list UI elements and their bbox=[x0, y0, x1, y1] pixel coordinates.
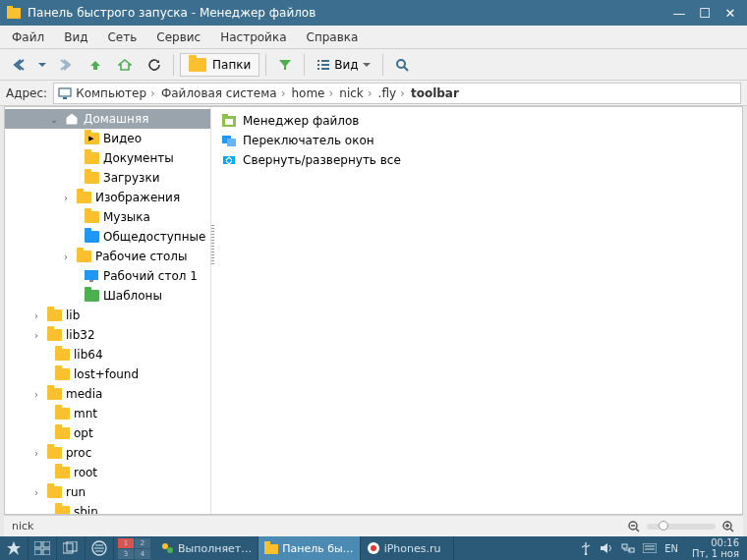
zoom-slider[interactable] bbox=[647, 524, 716, 530]
time: 00:16 bbox=[692, 537, 739, 548]
view-mode-dropdown[interactable]: Вид bbox=[311, 53, 375, 77]
tree-music[interactable]: ›Музыка bbox=[5, 207, 210, 227]
folder-icon bbox=[189, 58, 206, 72]
menubar: Файл Вид Сеть Сервис Настройка Справка bbox=[0, 26, 747, 49]
svg-line-9 bbox=[404, 67, 408, 71]
menu-file[interactable]: Файл bbox=[4, 28, 52, 47]
svg-point-37 bbox=[162, 543, 168, 549]
zoom-in-icon[interactable] bbox=[721, 520, 735, 533]
tree-public[interactable]: ›Общедоступные bbox=[5, 227, 210, 247]
workspace-pager[interactable]: 1234 bbox=[118, 538, 150, 559]
tree-root[interactable]: ›root bbox=[5, 463, 210, 482]
tree-label: Видео bbox=[103, 132, 142, 145]
file-item[interactable]: Свернуть/развернуть все bbox=[215, 150, 742, 170]
svg-rect-10 bbox=[59, 88, 71, 96]
tile-button[interactable] bbox=[57, 536, 86, 560]
folders-toggle[interactable]: Папки bbox=[180, 53, 259, 77]
expand-icon[interactable]: › bbox=[30, 448, 42, 459]
tree-lib64[interactable]: ›lib64 bbox=[5, 345, 210, 364]
templates-folder-icon bbox=[84, 289, 99, 303]
task-filemanager[interactable]: Панель бы… bbox=[259, 536, 360, 560]
up-button[interactable] bbox=[83, 53, 108, 77]
crumb-filesystem[interactable]: Файловая система› bbox=[159, 86, 288, 100]
collapse-icon[interactable]: ⌄ bbox=[48, 114, 60, 125]
clock[interactable]: 00:16 Пт, 1 ноя bbox=[684, 537, 747, 559]
task-browser[interactable]: iPhones.ru bbox=[361, 536, 454, 560]
folder-icon bbox=[54, 348, 70, 362]
network-icon[interactable] bbox=[621, 542, 635, 554]
refresh-button[interactable] bbox=[142, 53, 167, 77]
menu-network[interactable]: Сеть bbox=[99, 28, 144, 47]
close-button[interactable]: ✕ bbox=[723, 6, 737, 21]
forward-button[interactable] bbox=[53, 53, 79, 77]
expand-icon[interactable]: › bbox=[30, 310, 42, 321]
tree-downloads[interactable]: ›Загрузки bbox=[5, 168, 210, 188]
tree-label: Музыка bbox=[103, 210, 150, 224]
search-button[interactable] bbox=[389, 53, 415, 77]
view-label: Вид bbox=[334, 58, 358, 72]
minimize-button[interactable]: — bbox=[672, 6, 686, 21]
svg-rect-30 bbox=[43, 549, 50, 555]
tree-video[interactable]: ›▶Видео bbox=[5, 129, 210, 148]
tree-desktop1[interactable]: ›Рабочий стол 1 bbox=[5, 266, 210, 286]
back-dropdown[interactable] bbox=[35, 53, 49, 77]
keyboard-icon[interactable] bbox=[643, 543, 657, 553]
tree-lostfound[interactable]: ›lost+found bbox=[5, 364, 210, 384]
file-item[interactable]: Менеджер файлов bbox=[215, 111, 742, 131]
svg-point-38 bbox=[167, 547, 173, 553]
titlebar: Панель быстрого запуска - Менеджер файло… bbox=[0, 0, 747, 26]
usb-icon[interactable] bbox=[580, 541, 592, 555]
expand-icon[interactable]: › bbox=[30, 330, 42, 341]
filter-button[interactable] bbox=[272, 53, 298, 77]
tree-label: Документы bbox=[103, 151, 174, 165]
expand-icon[interactable]: › bbox=[60, 193, 72, 203]
crumb-toolbar[interactable]: toolbar bbox=[409, 86, 461, 100]
tree-sbin[interactable]: ›sbin bbox=[5, 502, 210, 514]
crumb-home[interactable]: home› bbox=[289, 86, 335, 100]
maximize-button[interactable]: ☐ bbox=[698, 6, 712, 21]
svg-rect-15 bbox=[222, 114, 228, 117]
language-indicator[interactable]: EN bbox=[664, 543, 678, 554]
tree-home[interactable]: ⌄ Домашняя bbox=[5, 109, 210, 129]
home-button[interactable] bbox=[112, 53, 138, 77]
tree-media[interactable]: ›media bbox=[5, 384, 210, 404]
breadcrumb-bar[interactable]: Компьютер› Файловая система› home› nick›… bbox=[53, 83, 741, 104]
tree-opt[interactable]: ›opt bbox=[5, 423, 210, 443]
tree-mnt[interactable]: ›mnt bbox=[5, 404, 210, 423]
expand-icon[interactable]: › bbox=[30, 487, 42, 498]
tree-lib[interactable]: ›lib bbox=[5, 306, 210, 325]
tree-pictures[interactable]: ›Изображения bbox=[5, 188, 210, 207]
volume-icon[interactable] bbox=[600, 542, 613, 554]
menu-settings[interactable]: Настройка bbox=[212, 28, 294, 47]
svg-rect-28 bbox=[43, 541, 50, 547]
menu-view[interactable]: Вид bbox=[56, 28, 95, 47]
task-label: Панель бы… bbox=[282, 542, 353, 555]
folder-tree[interactable]: ⌄ Домашняя ›▶Видео ›Документы ›Загрузки … bbox=[5, 107, 211, 514]
tree-proc[interactable]: ›proc bbox=[5, 443, 210, 463]
svg-rect-5 bbox=[321, 64, 329, 66]
crumb-nick[interactable]: nick› bbox=[337, 86, 374, 100]
tree-lib32[interactable]: ›lib32 bbox=[5, 325, 210, 345]
tree-label: Изображения bbox=[95, 191, 180, 204]
menu-help[interactable]: Справка bbox=[299, 28, 367, 47]
crumb-computer[interactable]: Компьютер› bbox=[74, 86, 157, 100]
expand-icon[interactable]: › bbox=[60, 252, 72, 262]
file-list[interactable]: Менеджер файлов Переключатель окон Сверн… bbox=[215, 107, 742, 514]
tree-desktops[interactable]: ›Рабочие столы bbox=[5, 247, 210, 266]
back-button[interactable] bbox=[6, 53, 31, 77]
menu-service[interactable]: Сервис bbox=[148, 28, 208, 47]
show-desktop-button[interactable] bbox=[29, 536, 57, 560]
crumb-fly[interactable]: .fly› bbox=[376, 86, 407, 100]
folder-icon bbox=[46, 308, 62, 322]
tree-documents[interactable]: ›Документы bbox=[5, 148, 210, 168]
task-running[interactable]: Выполняет… bbox=[154, 536, 259, 560]
expand-icon[interactable]: › bbox=[30, 389, 42, 400]
pictures-folder-icon bbox=[76, 191, 91, 204]
zoom-out-icon[interactable] bbox=[627, 520, 641, 533]
svg-rect-18 bbox=[227, 139, 236, 146]
file-item[interactable]: Переключатель окон bbox=[215, 131, 742, 150]
tree-templates[interactable]: ›Шаблоны bbox=[5, 286, 210, 306]
start-button[interactable] bbox=[0, 536, 29, 560]
tree-run[interactable]: ›run bbox=[5, 482, 210, 502]
apps-button[interactable] bbox=[86, 536, 114, 560]
